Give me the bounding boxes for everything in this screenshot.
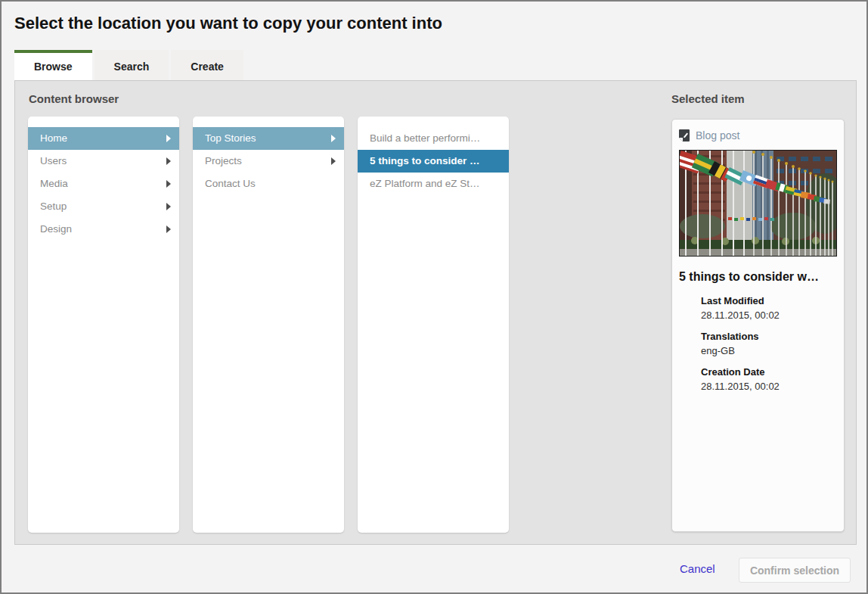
meta-value: eng-GB: [701, 345, 837, 356]
browser-item-contact-us[interactable]: Contact Us: [193, 173, 344, 195]
meta-value: 28.11.2015, 00:02: [701, 381, 837, 392]
meta-label: Creation Date: [701, 366, 837, 378]
page-title: Select the location you want to copy you…: [14, 14, 442, 33]
browser-column-top-stories-children: Build a better performi… 5 things to con…: [358, 117, 509, 533]
content-browser-heading: Content browser: [29, 92, 119, 105]
browser-item-5-things[interactable]: 5 things to consider …: [358, 150, 509, 173]
item-label: Design: [40, 223, 72, 235]
tab-browse[interactable]: Browse: [14, 50, 92, 80]
chevron-right-icon: [166, 180, 171, 188]
browser-item-users[interactable]: Users: [28, 150, 179, 173]
selected-item-card: Blog post: [671, 119, 845, 532]
browser-column-home-children: Top Stories Projects Contact Us: [193, 117, 344, 533]
chevron-right-icon: [166, 135, 171, 142]
tab-create-label: Create: [191, 61, 224, 73]
tab-create[interactable]: Create: [171, 50, 243, 80]
chevron-right-icon: [166, 157, 171, 165]
chevron-right-icon: [331, 157, 336, 165]
tab-search-label: Search: [114, 61, 150, 73]
meta-last-modified: Last Modified 28.11.2015, 00:02: [701, 295, 837, 321]
content-browser: Home Users Media Setup Design: [28, 117, 509, 533]
selected-item-thumbnail: [679, 150, 837, 257]
browser-item-setup[interactable]: Setup: [28, 195, 179, 218]
cancel-button[interactable]: Cancel: [680, 562, 715, 575]
meta-label: Last Modified: [701, 295, 837, 306]
browse-tab-panel: Content browser Selected item Home Users…: [14, 80, 857, 545]
meta-label: Translations: [701, 331, 837, 342]
content-type-row: Blog post: [679, 129, 837, 142]
item-label: Users: [40, 155, 67, 166]
tab-search[interactable]: Search: [95, 50, 169, 80]
chevron-right-icon: [166, 203, 171, 210]
content-type-label: Blog post: [696, 129, 739, 142]
item-label: Media: [40, 178, 68, 189]
browser-item-media[interactable]: Media: [28, 173, 179, 195]
tab-browse-label: Browse: [34, 61, 73, 73]
selected-item-title: 5 things to consider w…: [679, 270, 837, 284]
browser-item-ez-platform[interactable]: eZ Platform and eZ St…: [358, 173, 509, 195]
item-label: Home: [40, 132, 67, 144]
item-label: Setup: [40, 201, 67, 212]
browser-item-build-a-better[interactable]: Build a better performi…: [358, 127, 509, 150]
meta-translations: Translations eng-GB: [701, 331, 837, 356]
chevron-right-icon: [166, 225, 171, 233]
item-label: Projects: [205, 155, 242, 166]
item-label: eZ Platform and eZ St…: [370, 178, 480, 189]
tab-bar: Browse Search Create: [14, 50, 243, 80]
browser-item-top-stories[interactable]: Top Stories: [193, 127, 344, 150]
selected-item-heading: Selected item: [671, 92, 745, 105]
item-label: 5 things to consider …: [370, 155, 480, 166]
browser-column-root: Home Users Media Setup Design: [28, 117, 179, 533]
chevron-right-icon: [331, 135, 336, 142]
browser-item-home[interactable]: Home: [28, 127, 179, 150]
copy-location-dialog: Select the location you want to copy you…: [0, 0, 868, 594]
item-label: Contact Us: [205, 178, 256, 189]
item-label: Build a better performi…: [370, 132, 480, 144]
item-label: Top Stories: [205, 132, 256, 144]
blog-post-document-icon: [679, 129, 690, 142]
browser-item-design[interactable]: Design: [28, 218, 179, 241]
selected-item-meta: Last Modified 28.11.2015, 00:02 Translat…: [679, 295, 837, 392]
browser-item-projects[interactable]: Projects: [193, 150, 344, 173]
meta-creation-date: Creation Date 28.11.2015, 00:02: [701, 366, 837, 392]
meta-value: 28.11.2015, 00:02: [701, 309, 837, 321]
confirm-selection-button[interactable]: Confirm selection: [739, 558, 851, 583]
